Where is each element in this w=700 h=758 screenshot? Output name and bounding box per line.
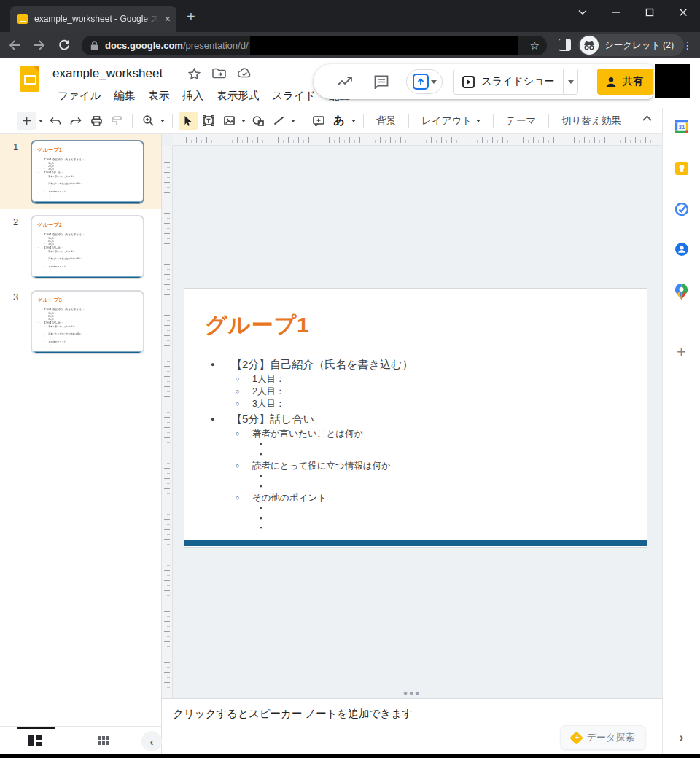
theme-button[interactable]: テーマ xyxy=(499,112,543,130)
input-tools-button[interactable]: あ xyxy=(330,112,349,130)
slide-bullet-level3 xyxy=(184,440,639,450)
insert-line-button[interactable] xyxy=(269,112,288,130)
image-dropdown[interactable] xyxy=(241,120,246,122)
google-keep-icon[interactable] xyxy=(675,162,688,175)
minimize-button[interactable] xyxy=(599,0,633,25)
insert-comment-button[interactable] xyxy=(309,112,328,130)
star-document-icon[interactable] xyxy=(188,68,201,80)
present-dropdown-caret xyxy=(431,80,437,84)
present-arrow-icon xyxy=(413,74,429,90)
horizontal-ruler xyxy=(173,134,662,146)
explore-button[interactable]: データ探索 xyxy=(560,725,646,750)
browser-tab[interactable]: example_worksheet - Google スライド × xyxy=(10,6,176,32)
filmstrip-slide-3[interactable]: 3グループ3【2分】自己紹介（氏名を書き込む）1人目：2人目：3人目：【5分】話… xyxy=(0,284,161,359)
filmstrip-slide-1[interactable]: 1グループ1【2分】自己紹介（氏名を書き込む）1人目：2人目：3人目：【5分】話… xyxy=(0,134,161,209)
show-side-panel-icon[interactable]: › xyxy=(680,730,684,745)
menu-bar: ファイル編集表示挿入表示形式スライド配置 xyxy=(51,87,357,105)
tab-close-icon[interactable]: × xyxy=(165,14,171,24)
forward-button[interactable] xyxy=(29,35,50,55)
move-folder-icon[interactable] xyxy=(212,68,226,79)
document-title[interactable]: example_worksheet xyxy=(52,66,163,81)
menu-表示[interactable]: 表示 xyxy=(141,87,176,105)
grid-view-icon[interactable] xyxy=(98,736,111,746)
thumbnail-slide-title: グループ1 xyxy=(37,146,62,154)
redo-button[interactable] xyxy=(66,112,85,130)
speaker-notes-placeholder[interactable]: クリックするとスピーカー ノートを追加できます xyxy=(173,707,413,721)
bookmark-star-icon[interactable]: ☆ xyxy=(530,39,540,52)
zoom-dropdown[interactable] xyxy=(160,120,165,122)
slideshow-dropdown-button[interactable] xyxy=(564,69,578,95)
insert-image-button[interactable] xyxy=(219,112,238,130)
share-button[interactable]: 共有 xyxy=(597,69,653,95)
new-tab-button[interactable]: + xyxy=(187,10,195,23)
google-tasks-icon[interactable] xyxy=(675,203,688,216)
incognito-badge: シークレット (2) xyxy=(578,34,684,56)
thumbnail-slide-title: グループ3 xyxy=(37,297,62,304)
google-maps-icon[interactable] xyxy=(675,284,688,300)
slide-canvas[interactable]: グループ1 【2分】自己紹介（氏名を書き込む）1人目：2人目：3人目：【5分】話… xyxy=(162,134,662,698)
print-button[interactable] xyxy=(87,112,106,130)
slide-bullet-level2: 3人目： xyxy=(184,398,639,410)
paint-format-button[interactable] xyxy=(107,112,126,130)
side-panel-divider xyxy=(673,310,691,310)
slide-thumbnail[interactable]: グループ1【2分】自己紹介（氏名を書き込む）1人目：2人目：3人目：【5分】話し… xyxy=(31,140,144,204)
url-domain: docs.google.com xyxy=(105,40,183,51)
url-path: /presentation/d/ xyxy=(183,40,249,51)
select-tool-button[interactable] xyxy=(179,112,198,130)
input-tools-dropdown[interactable] xyxy=(351,120,356,122)
reload-button[interactable] xyxy=(54,35,74,55)
slide-thumbnail[interactable]: グループ2【2分】自己紹介（氏名を書き込む）1人目：2人目：3人目：【5分】話し… xyxy=(31,215,144,279)
google-calendar-icon[interactable]: 31 xyxy=(675,120,688,133)
collapse-toolbar-icon[interactable] xyxy=(642,115,652,121)
filmstrip-view-icon[interactable] xyxy=(28,735,42,746)
slides-toolbar: あ 背景 レイアウト テーマ 切り替え効果 xyxy=(0,108,662,134)
new-slide-dropdown[interactable] xyxy=(39,120,43,122)
browser-menu-icon[interactable]: ⋮ xyxy=(681,37,694,53)
google-contacts-icon[interactable] xyxy=(675,243,688,256)
url-bar[interactable]: docs.google.com/presentation/d/ ☆ xyxy=(82,36,547,55)
slide-body[interactable]: 【2分】自己紹介（氏名を書き込む）1人目：2人目：3人目：【5分】話し合い著者が… xyxy=(184,356,639,534)
filmstrip-slide-2[interactable]: 2グループ2【2分】自己紹介（氏名を書き込む）1人目：2人目：3人目：【5分】話… xyxy=(0,209,161,284)
activity-dashboard-icon[interactable] xyxy=(337,73,353,90)
share-label: 共有 xyxy=(623,75,643,88)
menu-編集[interactable]: 編集 xyxy=(107,87,141,105)
slideshow-button[interactable]: スライドショー xyxy=(453,69,564,95)
line-dropdown[interactable] xyxy=(291,120,295,122)
side-panel-icon[interactable] xyxy=(559,39,571,51)
slide-thumbnail[interactable]: グループ3【2分】自己紹介（氏名を書き込む）1人目：2人目：3人目：【5分】話し… xyxy=(31,290,144,354)
menu-表示形式[interactable]: 表示形式 xyxy=(210,87,265,105)
cloud-saved-icon[interactable] xyxy=(238,68,252,78)
menu-スライド[interactable]: スライド xyxy=(265,87,322,105)
get-addons-button[interactable]: + xyxy=(677,343,686,362)
slide-number: 1 xyxy=(13,141,18,152)
account-avatar[interactable] xyxy=(655,64,690,98)
background-button[interactable]: 背景 xyxy=(369,112,403,130)
maximize-button[interactable] xyxy=(633,0,666,25)
collapse-filmstrip-icon[interactable]: ‹ xyxy=(141,731,162,751)
new-slide-button[interactable] xyxy=(17,112,36,130)
menu-挿入[interactable]: 挿入 xyxy=(176,87,210,105)
slide-page[interactable]: グループ1 【2分】自己紹介（氏名を書き込む）1人目：2人目：3人目：【5分】話… xyxy=(184,288,648,548)
layout-button[interactable]: レイアウト xyxy=(414,112,488,130)
slide-bullet-level1: 【2分】自己紹介（氏名を書き込む） xyxy=(32,233,141,236)
tab-search-chevron-icon[interactable] xyxy=(566,0,599,25)
notes-resize-handle[interactable]: ●●● xyxy=(403,689,421,697)
transition-button[interactable]: 切り替え効果 xyxy=(554,112,629,130)
window-controls xyxy=(566,0,700,25)
back-button[interactable] xyxy=(4,35,25,55)
slide-title[interactable]: グループ1 xyxy=(205,310,310,340)
present-to-meeting-button[interactable] xyxy=(406,69,443,94)
insert-shape-button[interactable] xyxy=(249,112,268,130)
slide-number: 2 xyxy=(13,216,18,227)
speaker-notes-panel[interactable]: クリックするとスピーカー ノートを追加できます データ探索 xyxy=(162,698,662,755)
undo-button[interactable] xyxy=(46,112,65,130)
slides-logo-icon[interactable] xyxy=(20,66,39,92)
zoom-button[interactable] xyxy=(139,112,158,130)
google-side-panel: 31 + › xyxy=(662,108,700,755)
view-switcher-bar: ‹ xyxy=(0,726,162,755)
close-window-button[interactable] xyxy=(666,0,700,25)
menu-ファイル[interactable]: ファイル xyxy=(51,87,107,105)
filmstrip-scrollbar[interactable] xyxy=(18,727,55,729)
text-box-button[interactable] xyxy=(199,112,218,130)
comment-history-icon[interactable] xyxy=(373,73,389,90)
